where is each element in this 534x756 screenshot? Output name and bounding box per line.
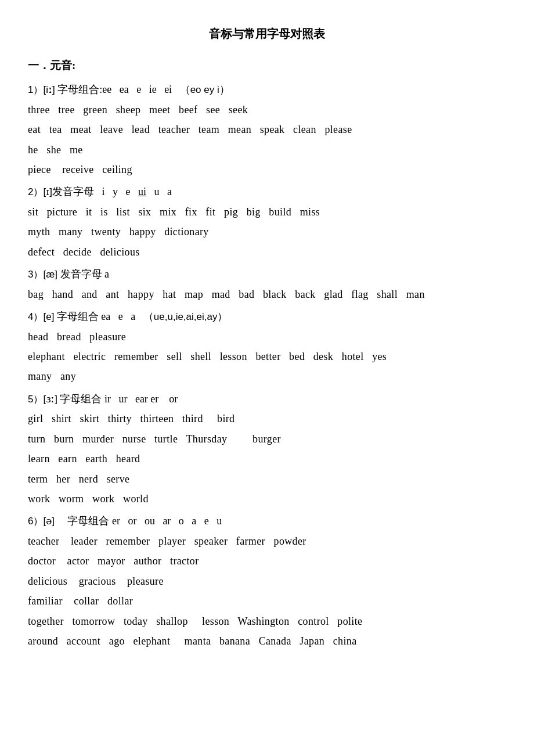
subsection-6-line-5: together tomorrow today shallop lesson W… xyxy=(28,612,506,631)
subsection-5-line-5: work worm work world xyxy=(28,489,506,508)
subsection-4-header: 4）[e] 字母组合 ea e a （ue,u,ie,ai,ei,ay） xyxy=(28,307,506,326)
subsection-1: 1）[iː] 字母组合:ee ea e ie ei （eo ey i） thre… xyxy=(28,80,506,179)
section-vowels-header: 一．元音: xyxy=(28,56,506,75)
subsection-1-line-2: eat tea meat leave lead teacher team mea… xyxy=(28,120,506,139)
subsection-3-line-1: bag hand and ant happy hat map mad bad b… xyxy=(28,285,506,304)
subsection-5: 5）[ɜː] 字母组合 ir ur ear er or girl shirt s… xyxy=(28,390,506,509)
section-vowels: 一．元音: 1）[iː] 字母组合:ee ea e ie ei （eo ey i… xyxy=(28,56,506,650)
subsection-4-line-2: elephant electric remember sell shell le… xyxy=(28,347,506,366)
subsection-2-line-3: defect decide delicious xyxy=(28,243,506,261)
subsection-2: 2）[ɪ]发音字母 i y e ui u a sit picture it is… xyxy=(28,182,506,261)
page-title: 音标与常用字母对照表 xyxy=(28,23,506,44)
subsection-6-header: 6）[ə] 字母组合 er or ou ar o a e u xyxy=(28,512,506,531)
subsection-5-line-3: learn earn earth heard xyxy=(28,449,506,468)
subsection-6: 6）[ə] 字母组合 er or ou ar o a e u teacher l… xyxy=(28,512,506,650)
subsection-2-line-1: sit picture it is list six mix fix fit p… xyxy=(28,203,506,221)
subsection-1-line-3: he she me xyxy=(28,141,506,159)
subsection-5-line-2: turn burn murder nurse turtle Thursday b… xyxy=(28,430,506,448)
subsection-3-header: 3）[æ] 发音字母 a xyxy=(28,265,506,284)
subsection-1-line-1: three tree green sheep meet beef see see… xyxy=(28,100,506,119)
subsection-6-line-6: around account ago elephant manta banana… xyxy=(28,632,506,650)
subsection-4-line-1: head bread pleasure xyxy=(28,327,506,346)
subsection-3: 3）[æ] 发音字母 a bag hand and ant happy hat … xyxy=(28,265,506,304)
subsection-6-line-2: doctor actor mayor author tractor xyxy=(28,552,506,570)
subsection-1-line-4: piece receive ceiling xyxy=(28,160,506,179)
subsection-4-line-3: many any xyxy=(28,367,506,386)
subsection-2-line-2: myth many twenty happy dictionary xyxy=(28,222,506,241)
subsection-5-line-4: term her nerd serve xyxy=(28,470,506,488)
subsection-5-line-1: girl shirt skirt thirty thirteen third b… xyxy=(28,409,506,428)
subsection-1-header: 1）[iː] 字母组合:ee ea e ie ei （eo ey i） xyxy=(28,80,506,99)
subsection-6-line-4: familiar collar dollar xyxy=(28,592,506,610)
subsection-5-header: 5）[ɜː] 字母组合 ir ur ear er or xyxy=(28,390,506,409)
subsection-2-header: 2）[ɪ]发音字母 i y e ui u a xyxy=(28,182,506,201)
subsection-6-line-1: teacher leader remember player speaker f… xyxy=(28,532,506,550)
subsection-4: 4）[e] 字母组合 ea e a （ue,u,ie,ai,ei,ay） hea… xyxy=(28,307,506,386)
subsection-6-line-3: delicious gracious pleasure xyxy=(28,572,506,591)
